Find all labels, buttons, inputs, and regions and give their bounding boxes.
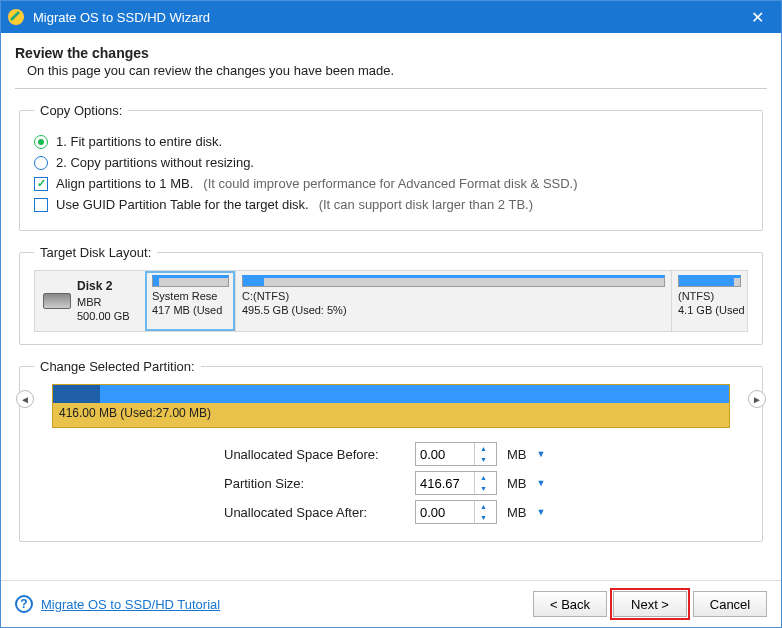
chevron-up-icon[interactable]: ▲ — [475, 443, 492, 454]
change-partition-group: Change Selected Partition: ◄ ► 416.00 MB… — [19, 359, 763, 542]
partition-ntfs[interactable]: (NTFS) 4.1 GB (Used — [671, 271, 747, 331]
label-partition-size: Partition Size: — [224, 476, 409, 491]
partition-usage-bar — [53, 385, 729, 403]
partition-size: 495.5 GB (Used: 5%) — [242, 303, 665, 317]
unit-dropdown[interactable]: ▼ — [537, 507, 546, 517]
next-button[interactable]: Next > — [613, 591, 687, 617]
space-before-stepper[interactable]: ▲▼ — [415, 442, 497, 466]
chevron-up-icon[interactable]: ▲ — [475, 472, 492, 483]
target-disk-group: Target Disk Layout: Disk 2 MBR 500.00 GB… — [19, 245, 763, 345]
unit-dropdown[interactable]: ▼ — [537, 449, 546, 459]
partition-c[interactable]: C:(NTFS) 495.5 GB (Used: 5%) — [235, 271, 671, 331]
chevron-down-icon[interactable]: ▼ — [475, 512, 492, 523]
prev-partition-button[interactable]: ◄ — [16, 390, 34, 408]
footer: ? Migrate OS to SSD/HD Tutorial < Back N… — [1, 580, 781, 627]
page-subheading: On this page you can review the changes … — [27, 63, 767, 78]
unit-label: MB — [507, 505, 527, 520]
disk-layout: Disk 2 MBR 500.00 GB System Rese 417 MB … — [34, 270, 748, 332]
copy-options-group: Copy Options: 1. Fit partitions to entir… — [19, 103, 763, 231]
partition-system-reserved[interactable]: System Rese 417 MB (Used — [145, 271, 235, 331]
disk-size: 500.00 GB — [77, 309, 130, 323]
partition-form: Unallocated Space Before: ▲▼ MB ▼ Partit… — [224, 442, 748, 524]
option-label: 1. Fit partitions to entire disk. — [56, 134, 222, 149]
unit-label: MB — [507, 447, 527, 462]
back-button[interactable]: < Back — [533, 591, 607, 617]
partition-label: C:(NTFS) — [242, 289, 665, 303]
app-icon — [7, 8, 25, 26]
close-icon[interactable]: ✕ — [741, 1, 773, 33]
option-label: Align partitions to 1 MB. — [56, 176, 193, 191]
titlebar: Migrate OS to SSD/HD Wizard ✕ — [1, 1, 781, 33]
option-hint: (It could improve performance for Advanc… — [203, 176, 577, 191]
option-hint: (It can support disk larger than 2 TB.) — [319, 197, 533, 212]
row-space-after: Unallocated Space After: ▲▼ MB ▼ — [224, 500, 748, 524]
wizard-window: Migrate OS to SSD/HD Wizard ✕ Review the… — [0, 0, 782, 628]
partition-size: 4.1 GB (Used — [678, 303, 741, 317]
option-fit-partitions[interactable]: 1. Fit partitions to entire disk. — [34, 134, 748, 149]
partition-size: 417 MB (Used — [152, 303, 229, 317]
unit-label: MB — [507, 476, 527, 491]
checkbox-icon[interactable] — [34, 198, 48, 212]
space-after-input[interactable] — [416, 505, 474, 520]
disk-scheme: MBR — [77, 295, 130, 309]
option-copy-without-resize[interactable]: 2. Copy partitions without resizing. — [34, 155, 748, 170]
partition-summary: 416.00 MB (Used:27.00 MB) — [53, 403, 729, 423]
label-space-after: Unallocated Space After: — [224, 505, 409, 520]
disk-icon — [43, 293, 71, 309]
row-space-before: Unallocated Space Before: ▲▼ MB ▼ — [224, 442, 748, 466]
row-partition-size: Partition Size: ▲▼ MB ▼ — [224, 471, 748, 495]
target-disk-legend: Target Disk Layout: — [34, 245, 157, 260]
partition-label: (NTFS) — [678, 289, 741, 303]
change-partition-legend: Change Selected Partition: — [34, 359, 201, 374]
unit-dropdown[interactable]: ▼ — [537, 478, 546, 488]
partition-size-stepper[interactable]: ▲▼ — [415, 471, 497, 495]
divider — [15, 88, 767, 89]
chevron-down-icon[interactable]: ▼ — [475, 483, 492, 494]
window-title: Migrate OS to SSD/HD Wizard — [33, 10, 741, 25]
partition-slider[interactable]: 416.00 MB (Used:27.00 MB) — [52, 384, 730, 428]
partition-label: System Rese — [152, 289, 229, 303]
cancel-button[interactable]: Cancel — [693, 591, 767, 617]
next-partition-button[interactable]: ► — [748, 390, 766, 408]
disk-name: Disk 2 — [77, 279, 130, 295]
tutorial-link[interactable]: Migrate OS to SSD/HD Tutorial — [41, 597, 220, 612]
option-align-1mb[interactable]: Align partitions to 1 MB. (It could impr… — [34, 176, 748, 191]
page-heading: Review the changes — [15, 45, 767, 61]
space-after-stepper[interactable]: ▲▼ — [415, 500, 497, 524]
option-use-gpt[interactable]: Use GUID Partition Table for the target … — [34, 197, 748, 212]
partition-size-input[interactable] — [416, 476, 474, 491]
help-icon[interactable]: ? — [15, 595, 33, 613]
content: Review the changes On this page you can … — [1, 33, 781, 576]
radio-icon[interactable] — [34, 135, 48, 149]
chevron-down-icon[interactable]: ▼ — [475, 454, 492, 465]
chevron-up-icon[interactable]: ▲ — [475, 501, 492, 512]
disk-info[interactable]: Disk 2 MBR 500.00 GB — [35, 271, 145, 331]
label-space-before: Unallocated Space Before: — [224, 447, 409, 462]
help-link-area: ? Migrate OS to SSD/HD Tutorial — [15, 595, 220, 613]
checkbox-icon[interactable] — [34, 177, 48, 191]
copy-options-legend: Copy Options: — [34, 103, 128, 118]
option-label: 2. Copy partitions without resizing. — [56, 155, 254, 170]
radio-icon[interactable] — [34, 156, 48, 170]
option-label: Use GUID Partition Table for the target … — [56, 197, 309, 212]
space-before-input[interactable] — [416, 447, 474, 462]
